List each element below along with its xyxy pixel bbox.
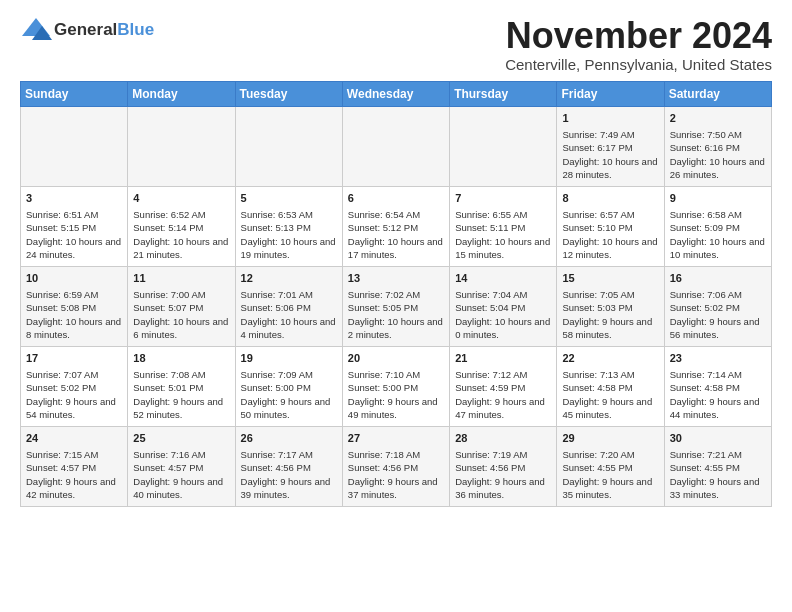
day-info: Sunrise: 7:20 AM Sunset: 4:55 PM Dayligh… — [562, 448, 658, 501]
day-number: 6 — [348, 191, 444, 206]
day-info: Sunrise: 7:02 AM Sunset: 5:05 PM Dayligh… — [348, 288, 444, 341]
day-cell: 30Sunrise: 7:21 AM Sunset: 4:55 PM Dayli… — [664, 426, 771, 506]
day-info: Sunrise: 7:14 AM Sunset: 4:58 PM Dayligh… — [670, 368, 766, 421]
day-number: 8 — [562, 191, 658, 206]
day-cell: 23Sunrise: 7:14 AM Sunset: 4:58 PM Dayli… — [664, 346, 771, 426]
day-cell: 14Sunrise: 7:04 AM Sunset: 5:04 PM Dayli… — [450, 266, 557, 346]
day-cell: 29Sunrise: 7:20 AM Sunset: 4:55 PM Dayli… — [557, 426, 664, 506]
week-row-5: 24Sunrise: 7:15 AM Sunset: 4:57 PM Dayli… — [21, 426, 772, 506]
logo-blue: Blue — [117, 20, 154, 39]
day-number: 23 — [670, 351, 766, 366]
day-cell: 11Sunrise: 7:00 AM Sunset: 5:07 PM Dayli… — [128, 266, 235, 346]
location-title: Centerville, Pennsylvania, United States — [505, 56, 772, 73]
day-info: Sunrise: 7:50 AM Sunset: 6:16 PM Dayligh… — [670, 128, 766, 181]
day-info: Sunrise: 6:51 AM Sunset: 5:15 PM Dayligh… — [26, 208, 122, 261]
day-number: 17 — [26, 351, 122, 366]
day-cell: 25Sunrise: 7:16 AM Sunset: 4:57 PM Dayli… — [128, 426, 235, 506]
day-number: 28 — [455, 431, 551, 446]
header-row: Sunday Monday Tuesday Wednesday Thursday… — [21, 81, 772, 106]
day-number: 22 — [562, 351, 658, 366]
day-number: 29 — [562, 431, 658, 446]
day-cell: 1Sunrise: 7:49 AM Sunset: 6:17 PM Daylig… — [557, 106, 664, 186]
day-info: Sunrise: 7:49 AM Sunset: 6:17 PM Dayligh… — [562, 128, 658, 181]
logo-icon — [20, 16, 52, 44]
day-cell: 4Sunrise: 6:52 AM Sunset: 5:14 PM Daylig… — [128, 186, 235, 266]
day-cell: 19Sunrise: 7:09 AM Sunset: 5:00 PM Dayli… — [235, 346, 342, 426]
day-info: Sunrise: 7:05 AM Sunset: 5:03 PM Dayligh… — [562, 288, 658, 341]
day-number: 1 — [562, 111, 658, 126]
logo-general: General — [54, 20, 117, 39]
day-number: 3 — [26, 191, 122, 206]
week-row-4: 17Sunrise: 7:07 AM Sunset: 5:02 PM Dayli… — [21, 346, 772, 426]
day-info: Sunrise: 7:16 AM Sunset: 4:57 PM Dayligh… — [133, 448, 229, 501]
logo: GeneralBlue — [20, 16, 154, 44]
week-row-1: 1Sunrise: 7:49 AM Sunset: 6:17 PM Daylig… — [21, 106, 772, 186]
day-number: 5 — [241, 191, 337, 206]
day-number: 15 — [562, 271, 658, 286]
title-section: November 2024 Centerville, Pennsylvania,… — [505, 16, 772, 73]
day-info: Sunrise: 6:58 AM Sunset: 5:09 PM Dayligh… — [670, 208, 766, 261]
day-cell — [235, 106, 342, 186]
col-sunday: Sunday — [21, 81, 128, 106]
day-number: 14 — [455, 271, 551, 286]
col-monday: Monday — [128, 81, 235, 106]
month-title: November 2024 — [505, 16, 772, 56]
page: GeneralBlue November 2024 Centerville, P… — [0, 0, 792, 517]
day-cell: 28Sunrise: 7:19 AM Sunset: 4:56 PM Dayli… — [450, 426, 557, 506]
day-cell: 24Sunrise: 7:15 AM Sunset: 4:57 PM Dayli… — [21, 426, 128, 506]
day-info: Sunrise: 7:09 AM Sunset: 5:00 PM Dayligh… — [241, 368, 337, 421]
day-info: Sunrise: 6:54 AM Sunset: 5:12 PM Dayligh… — [348, 208, 444, 261]
day-cell: 6Sunrise: 6:54 AM Sunset: 5:12 PM Daylig… — [342, 186, 449, 266]
day-cell: 10Sunrise: 6:59 AM Sunset: 5:08 PM Dayli… — [21, 266, 128, 346]
day-number: 13 — [348, 271, 444, 286]
day-info: Sunrise: 7:15 AM Sunset: 4:57 PM Dayligh… — [26, 448, 122, 501]
day-number: 25 — [133, 431, 229, 446]
day-info: Sunrise: 6:53 AM Sunset: 5:13 PM Dayligh… — [241, 208, 337, 261]
day-cell: 18Sunrise: 7:08 AM Sunset: 5:01 PM Dayli… — [128, 346, 235, 426]
week-row-3: 10Sunrise: 6:59 AM Sunset: 5:08 PM Dayli… — [21, 266, 772, 346]
day-number: 16 — [670, 271, 766, 286]
day-info: Sunrise: 7:18 AM Sunset: 4:56 PM Dayligh… — [348, 448, 444, 501]
day-number: 27 — [348, 431, 444, 446]
col-thursday: Thursday — [450, 81, 557, 106]
day-info: Sunrise: 6:59 AM Sunset: 5:08 PM Dayligh… — [26, 288, 122, 341]
day-info: Sunrise: 7:21 AM Sunset: 4:55 PM Dayligh… — [670, 448, 766, 501]
col-tuesday: Tuesday — [235, 81, 342, 106]
day-cell: 17Sunrise: 7:07 AM Sunset: 5:02 PM Dayli… — [21, 346, 128, 426]
day-cell: 22Sunrise: 7:13 AM Sunset: 4:58 PM Dayli… — [557, 346, 664, 426]
day-info: Sunrise: 7:08 AM Sunset: 5:01 PM Dayligh… — [133, 368, 229, 421]
day-info: Sunrise: 7:10 AM Sunset: 5:00 PM Dayligh… — [348, 368, 444, 421]
day-info: Sunrise: 6:57 AM Sunset: 5:10 PM Dayligh… — [562, 208, 658, 261]
day-number: 9 — [670, 191, 766, 206]
day-cell: 8Sunrise: 6:57 AM Sunset: 5:10 PM Daylig… — [557, 186, 664, 266]
day-cell: 27Sunrise: 7:18 AM Sunset: 4:56 PM Dayli… — [342, 426, 449, 506]
day-cell — [450, 106, 557, 186]
day-cell: 16Sunrise: 7:06 AM Sunset: 5:02 PM Dayli… — [664, 266, 771, 346]
day-cell: 3Sunrise: 6:51 AM Sunset: 5:15 PM Daylig… — [21, 186, 128, 266]
header: GeneralBlue November 2024 Centerville, P… — [20, 16, 772, 73]
day-info: Sunrise: 7:06 AM Sunset: 5:02 PM Dayligh… — [670, 288, 766, 341]
day-cell: 7Sunrise: 6:55 AM Sunset: 5:11 PM Daylig… — [450, 186, 557, 266]
day-cell: 2Sunrise: 7:50 AM Sunset: 6:16 PM Daylig… — [664, 106, 771, 186]
calendar-table: Sunday Monday Tuesday Wednesday Thursday… — [20, 81, 772, 507]
day-number: 30 — [670, 431, 766, 446]
day-cell: 13Sunrise: 7:02 AM Sunset: 5:05 PM Dayli… — [342, 266, 449, 346]
week-row-2: 3Sunrise: 6:51 AM Sunset: 5:15 PM Daylig… — [21, 186, 772, 266]
day-info: Sunrise: 7:01 AM Sunset: 5:06 PM Dayligh… — [241, 288, 337, 341]
day-number: 7 — [455, 191, 551, 206]
day-info: Sunrise: 7:13 AM Sunset: 4:58 PM Dayligh… — [562, 368, 658, 421]
day-number: 24 — [26, 431, 122, 446]
day-cell: 9Sunrise: 6:58 AM Sunset: 5:09 PM Daylig… — [664, 186, 771, 266]
day-cell: 12Sunrise: 7:01 AM Sunset: 5:06 PM Dayli… — [235, 266, 342, 346]
day-cell: 26Sunrise: 7:17 AM Sunset: 4:56 PM Dayli… — [235, 426, 342, 506]
day-number: 11 — [133, 271, 229, 286]
day-info: Sunrise: 7:04 AM Sunset: 5:04 PM Dayligh… — [455, 288, 551, 341]
day-cell — [21, 106, 128, 186]
day-number: 26 — [241, 431, 337, 446]
day-info: Sunrise: 7:19 AM Sunset: 4:56 PM Dayligh… — [455, 448, 551, 501]
day-number: 18 — [133, 351, 229, 366]
day-cell — [342, 106, 449, 186]
day-info: Sunrise: 6:52 AM Sunset: 5:14 PM Dayligh… — [133, 208, 229, 261]
day-number: 21 — [455, 351, 551, 366]
calendar-body: 1Sunrise: 7:49 AM Sunset: 6:17 PM Daylig… — [21, 106, 772, 506]
